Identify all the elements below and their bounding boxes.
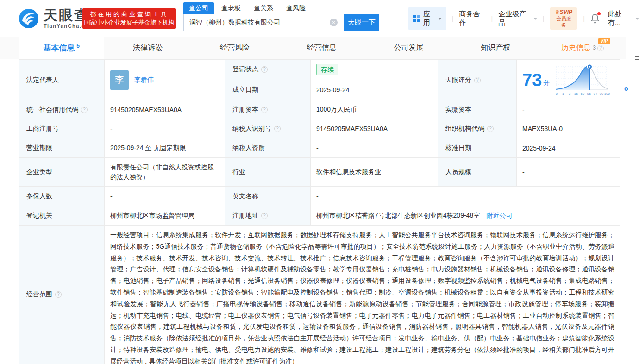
help-icon[interactable]: ?: [261, 213, 268, 219]
svip-label: SVIP: [560, 9, 572, 15]
divider: |: [452, 15, 454, 22]
value-text: 2025-09-24 至 无固定期限: [110, 144, 186, 152]
tab-legal-proceedings[interactable]: 法律诉讼: [104, 37, 191, 59]
user-account-menu[interactable]: 此处有...: [608, 10, 639, 27]
value-text: 91450205MAEX53UA0A: [110, 106, 182, 113]
help-icon[interactable]: ?: [597, 45, 604, 51]
help-icon[interactable]: ?: [55, 291, 62, 298]
slogan-line1: 都在用的商业查询工具: [82, 10, 176, 19]
tab-company-development[interactable]: 公司发展: [365, 37, 452, 59]
field-label-reg-status: 登记状态 ?: [225, 60, 311, 80]
field-label-paid-capital: 实缴资本: [438, 100, 517, 119]
field-label-taxpayer-quality: 纳税人资质: [225, 138, 311, 157]
svip-member-button[interactable]: ♛SVIP 会员服务: [550, 7, 577, 30]
label-text: 统一社会信用代码: [26, 106, 78, 114]
value-text: 1000万人民币: [316, 106, 357, 114]
tabbar-left-pad: [0, 37, 19, 59]
tab-intellectual-property[interactable]: 知识产权: [452, 37, 539, 59]
score-unit: 分: [543, 79, 550, 88]
divider: |: [491, 15, 493, 22]
label-text: 实缴资本: [445, 106, 471, 114]
reg-capital-cell: 1000万人民币: [311, 100, 438, 119]
credit-code-cell: 91450205MAEX53UA0A: [105, 100, 225, 119]
slogan-line2: 国家中小企业发展子基金旗下机构: [82, 19, 176, 27]
search-tab-relation[interactable]: 查关系: [254, 2, 273, 14]
search-tab-company[interactable]: 查公司: [183, 2, 214, 14]
label-text: 天眼评分: [445, 76, 471, 84]
section-tabbar: 基本信息 5 法律诉讼 经营风险 经营信息 公司发展 知识产权 历史信息 3 ?…: [0, 37, 626, 59]
user-label: 此处有...: [608, 10, 633, 27]
tab-history-info[interactable]: 历史信息 3 ? VIP: [539, 37, 626, 59]
chevron-down-icon: [635, 18, 639, 20]
score-cell: 73 分: [517, 60, 620, 100]
label-text: 行业: [232, 168, 245, 176]
clear-icon[interactable]: ×: [330, 19, 338, 26]
apps-menu[interactable]: 应用: [408, 7, 446, 30]
enterprise-products-menu[interactable]: 企业级产品: [498, 10, 537, 27]
svg-text:100: 100: [604, 92, 610, 96]
tab-basic-info[interactable]: 基本信息 5: [19, 37, 104, 59]
tab-label: 经营信息: [307, 43, 337, 53]
business-cooperation-link[interactable]: 商务合作: [459, 10, 485, 27]
company-type-cell: 有限责任公司（非自然人投资或控股的法人独资）: [105, 158, 225, 186]
chevron-down-icon: [533, 18, 537, 20]
apps-grid-icon: [413, 15, 420, 22]
field-label-staff-size: 人员规模: [438, 158, 517, 186]
establish-date-cell: 2025-09-24: [311, 80, 438, 100]
search-tab-boss[interactable]: 查老板: [221, 2, 241, 14]
value-text: -: [522, 106, 525, 113]
side-anchor-marker[interactable]: o: [623, 84, 629, 93]
tab-label: 基本信息: [43, 43, 75, 53]
reg-number-cell: -: [105, 119, 225, 138]
help-icon[interactable]: ?: [261, 107, 268, 113]
field-label-business-term: 营业期限: [19, 138, 105, 157]
vip-badge: VIP: [598, 38, 610, 44]
help-icon[interactable]: ?: [261, 66, 268, 73]
tab-business-risk[interactable]: 经营风险: [191, 37, 278, 59]
tab-business-info[interactable]: 经营信息: [278, 37, 365, 59]
field-label-reg-number: 工商注册号: [19, 119, 105, 138]
field-label-industry: 行业: [225, 158, 311, 186]
label-text: 登记状态: [232, 65, 258, 74]
svg-text:0: 0: [556, 92, 558, 96]
divider: |: [583, 15, 585, 22]
legal-rep-link[interactable]: 李群伟: [134, 76, 154, 84]
paid-capital-cell: -: [517, 100, 620, 119]
legal-rep-cell: 李 李群伟: [105, 60, 225, 100]
label-text: 工商注册号: [26, 125, 59, 133]
reg-authority-cell: 柳州市柳北区市场监督管理局: [105, 206, 225, 225]
field-label-legal-rep: 法定代表人: [19, 60, 105, 100]
label-text: 参保人数: [26, 192, 52, 201]
svip-sublabel: 会员服务: [554, 15, 573, 28]
avatar[interactable]: 李: [110, 70, 129, 90]
search-button[interactable]: 天眼一下: [344, 14, 379, 31]
taxpayer-id-cell: 91450205MAEX53UA0A: [311, 119, 438, 138]
taxpayer-quality-cell: -: [311, 138, 438, 157]
value-text: -: [316, 144, 319, 152]
help-icon[interactable]: ?: [81, 107, 88, 113]
help-icon[interactable]: ?: [274, 126, 281, 132]
approval-date-cell: 2025-09-24: [517, 138, 620, 157]
search-area: 查公司 查老板 查关系 查风险 × 天眼一下: [183, 2, 379, 31]
search-tab-risk[interactable]: 查风险: [286, 2, 306, 14]
logo-wave-icon: [19, 8, 39, 29]
floating-menu-icon[interactable]: [635, 56, 639, 61]
tab-count: 5: [76, 43, 80, 49]
svg-text:97: 97: [594, 92, 597, 96]
tab-label: 法律诉讼: [133, 43, 163, 53]
business-scope-cell: 一般经营项目：信息系统集成服务；软件开发；互联网数据服务；数据处理和存储支持服务…: [105, 226, 620, 364]
tab-label: 历史信息: [561, 43, 591, 53]
notification-bell-icon[interactable]: [590, 13, 600, 24]
help-icon[interactable]: ?: [474, 77, 481, 83]
score-value: 73: [522, 71, 542, 89]
label-text: 纳税人识别号: [232, 125, 271, 133]
search-input[interactable]: [183, 14, 344, 31]
help-icon[interactable]: ?: [487, 126, 494, 132]
nearby-companies-link[interactable]: 附近公司: [486, 212, 512, 220]
value-text: 2025-09-24: [522, 144, 556, 152]
org-code-cell: MAEX53UA-0: [517, 119, 620, 138]
apps-label: 应用: [423, 10, 436, 27]
brand-slogan-banner: 都在用的商业查询工具 国家中小企业发展子基金旗下机构: [82, 8, 176, 29]
label-text: 注册地址: [232, 212, 258, 220]
field-label-taxpayer-id: 纳税人识别号 ?: [225, 119, 311, 138]
